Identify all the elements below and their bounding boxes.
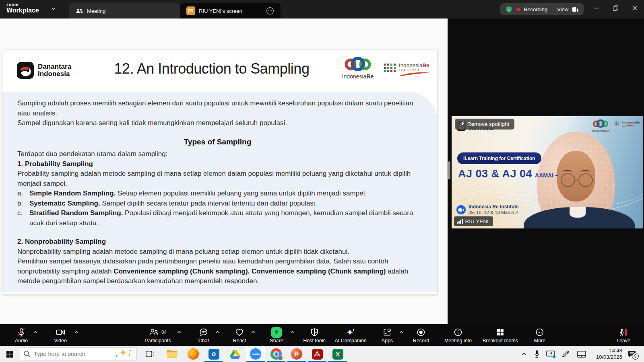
chat-chevron[interactable] [215,330,220,334]
notification-center-button[interactable]: 9 [623,346,641,362]
institute-word: Indonesia [399,62,423,68]
glasses [561,173,593,187]
slide-header: Danantara Indonesia 12. An Introduction … [2,50,437,92]
zoom-toolbar: Audio Video 84 Participants Chat React [0,324,644,346]
shield-icon [310,327,319,337]
participant-name-label: RIU YENI [454,216,493,226]
mic-muted-icon [17,327,26,337]
record-icon [416,327,426,337]
share-chevron[interactable] [290,330,295,334]
share-button[interactable]: Share [270,327,283,343]
video-button[interactable]: Video [54,327,67,343]
search-icon [23,350,31,358]
taskbar-clock[interactable]: 14:48 10/03/2026 [596,348,622,360]
audio-button[interactable]: Audio [15,327,28,343]
ilearn-badge: iLearn Training for Certification [457,152,541,164]
danantara-logo-icon [17,62,34,79]
danantara-line2: Indonesia [38,70,71,78]
chat-button[interactable]: Chat [198,327,209,343]
minimize-button[interactable] [587,0,605,16]
record-button[interactable]: Record [413,327,429,343]
more-button[interactable]: More [534,327,545,343]
camera-icon [55,327,66,337]
chat-icon [199,327,208,337]
audio-chevron[interactable] [33,330,38,334]
chevron-down-icon[interactable] [51,6,56,12]
participant-video-tile[interactable]: Indonesia Remove spotlight IndonesiaRe I… [452,116,643,228]
probability-sampling-title: 1. Probability Sampling [17,160,93,168]
people-icon [75,7,83,14]
close-button[interactable] [625,0,644,16]
security-shield-icon[interactable] [505,6,513,13]
tab-options-ellipsis-icon[interactable] [266,7,274,15]
recording-dot [516,8,520,11]
outlook-icon[interactable]: o [204,346,223,362]
file-explorer-icon[interactable] [162,346,182,362]
recording-indicator[interactable]: Recording View [500,3,584,15]
types-of-sampling-heading: Types of Sampling [17,137,418,147]
apps-button[interactable]: Apps [382,327,393,343]
leave-button[interactable]: Leave [617,327,630,343]
tile-brand-logos: IndonesiaRe IndonesiaRe [592,119,640,133]
tile-indonesiare-logo: IndonesiaRe [592,119,609,133]
sparkle-icon [345,327,356,337]
apps-chevron[interactable] [399,330,404,334]
view-button[interactable]: View [557,6,568,12]
task-view-button[interactable] [140,346,160,362]
start-button[interactable] [0,346,19,362]
share-icon [271,327,282,338]
react-chevron[interactable] [251,330,256,334]
chrome-icon[interactable] [266,346,286,362]
meeting-info-button[interactable]: Meeting info [444,327,472,343]
participants-button[interactable]: 84 Participants [144,327,171,343]
grid-icon [496,328,505,337]
tab-meeting[interactable]: Meeting [69,3,180,19]
signal-bars-icon [457,219,463,224]
heart-icon [235,327,244,337]
participants-chevron[interactable] [177,330,182,334]
clock-time: 14:48 [596,348,622,354]
footer-org: Indonesia Re Institute [469,204,519,210]
copilot-sparkle-icon: ✦ ✦ ✦ ● ● [115,348,133,360]
tray-mic-icon[interactable] [531,346,543,362]
powerpoint-icon[interactable]: P [287,346,306,362]
course-title: AJ 03 & AJ 04AAMAI – [458,168,558,180]
host-tools-button[interactable]: Host tools [303,327,326,343]
video-chevron[interactable] [74,330,79,334]
tray-display-icon[interactable] [544,346,557,362]
tray-touchpad-icon[interactable] [576,346,588,362]
google-drive-icon[interactable] [225,346,245,362]
remove-spotlight-button[interactable]: Remove spotlight [455,119,514,130]
react-button[interactable]: React [233,327,246,343]
view-layout-icon[interactable] [572,6,579,12]
zoom-app-icon[interactable]: zoom [246,346,265,362]
paragraph: Pemilihan sampel biasanya didasarkan pad… [17,257,418,286]
breakout-rooms-button[interactable]: Breakout rooms [483,327,518,343]
list-item: c.Stratified Random Sampling. Populasi d… [17,208,418,228]
zoom-titlebar: zoom Workplace Meeting RY RIU YENI's scr… [0,0,644,19]
remove-spotlight-label: Remove spotlight [467,121,509,127]
restore-button[interactable] [606,0,625,16]
presentation-slide: Danantara Indonesia 12. An Introduction … [2,50,437,294]
list-item: a.Simple Random Sampling. Setiap elemen … [17,189,418,199]
panel-scrollbar[interactable] [448,161,450,179]
taskbar-search[interactable]: ✦ ✦ ✦ ● ● [20,348,137,360]
tab-meeting-label: Meeting [87,8,105,14]
firefox-icon[interactable] [184,346,203,362]
institute-sub: Institute [399,68,430,72]
acrobat-icon[interactable] [308,346,327,362]
tab-shared-screen[interactable]: RY RIU YENI's screen [180,3,281,19]
chrome-profile-avatar [278,356,283,361]
pin-icon [458,121,464,127]
tray-pen-icon[interactable] [559,346,572,362]
shared-screen-area: Danantara Indonesia 12. An Introduction … [0,19,448,324]
search-input[interactable] [34,351,94,357]
excel-icon[interactable]: X [328,346,347,362]
ai-companion-button[interactable]: AI Companion [334,327,366,343]
tray-chevron-up[interactable] [518,346,530,362]
slide-title: 12. An Introduction to Sampling [114,60,310,77]
brand-zoom: zoom [6,2,39,7]
avatar: RY [186,6,195,15]
tile-footer: Indonesia Re Institute 09, 10, 12 & 13 M… [456,204,519,215]
info-icon [453,327,463,337]
